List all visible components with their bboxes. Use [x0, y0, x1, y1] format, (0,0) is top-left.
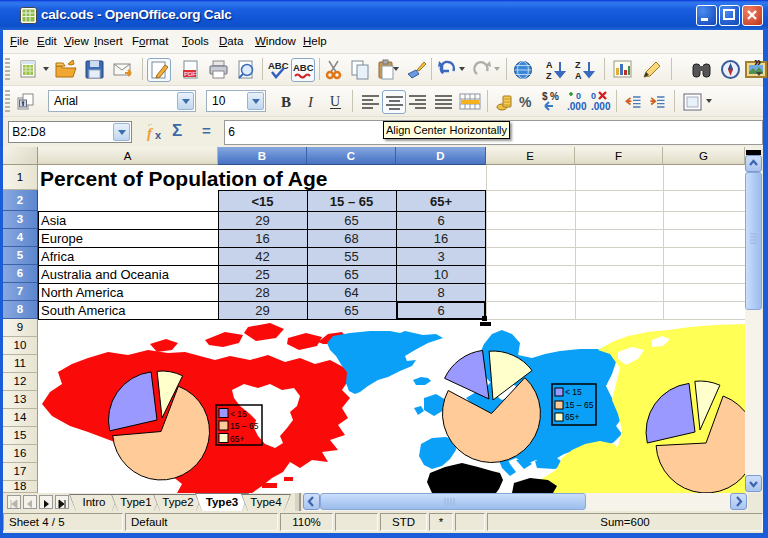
svg-text:.000: .000: [567, 101, 587, 112]
svg-text:Z: Z: [546, 71, 552, 81]
svg-text:0: 0: [576, 91, 581, 101]
svg-text:U: U: [330, 94, 340, 109]
svg-text:65+: 65+: [565, 412, 579, 422]
svg-text:A: A: [575, 71, 582, 81]
svg-text:Z: Z: [575, 60, 581, 70]
svg-text:%: %: [519, 94, 532, 110]
svg-text:x: x: [155, 129, 162, 141]
svg-text:I: I: [307, 94, 314, 110]
svg-text:A: A: [546, 60, 553, 70]
svg-text:PDF: PDF: [184, 71, 196, 77]
svg-text:$: $: [542, 91, 548, 102]
svg-text:15 – 65: 15 – 65: [230, 421, 259, 431]
svg-text:B: B: [281, 94, 291, 110]
svg-text:%: %: [550, 91, 559, 102]
svg-text:< 15: < 15: [565, 387, 582, 397]
svg-text:0: 0: [591, 91, 596, 101]
svg-text:15 – 65: 15 – 65: [565, 400, 594, 410]
svg-text:f: f: [147, 125, 154, 141]
svg-text:.000: .000: [591, 101, 611, 112]
svg-text:65+: 65+: [230, 434, 244, 444]
svg-text:< 15: < 15: [230, 409, 247, 419]
svg-text:ABC: ABC: [268, 60, 289, 71]
svg-text:ABC: ABC: [293, 62, 314, 73]
